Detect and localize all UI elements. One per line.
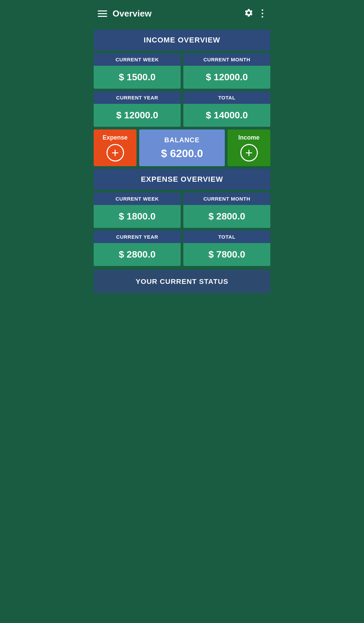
header: Overview ⋮: [91, 0, 273, 27]
main-content: INCOME OVERVIEW CURRENT WEEK $ 1500.0 CU…: [91, 27, 273, 296]
income-overview-header: INCOME OVERVIEW: [94, 30, 270, 51]
income-current-year-value: $ 12000.0: [94, 104, 181, 127]
menu-icon[interactable]: [98, 10, 107, 17]
expense-current-week-value: $ 1800.0: [94, 205, 181, 228]
balance-row: Expense + BALANCE $ 6200.0 Income +: [94, 129, 270, 166]
balance-card: BALANCE $ 6200.0: [139, 129, 225, 166]
income-current-month-value: $ 12000.0: [183, 66, 270, 89]
expense-current-week-label: CURRENT WEEK: [94, 192, 181, 205]
add-expense-button[interactable]: Expense +: [94, 129, 136, 166]
income-button-label: Income: [238, 134, 260, 141]
expense-current-month-card: CURRENT MONTH $ 2800.0: [183, 192, 270, 228]
income-total-card: TOTAL $ 14000.0: [183, 91, 270, 127]
income-current-week-value: $ 1500.0: [94, 66, 181, 89]
page-title: Overview: [113, 8, 152, 19]
header-left: Overview: [98, 8, 152, 19]
expense-total-value: $ 7800.0: [183, 243, 270, 266]
balance-value: $ 6200.0: [161, 147, 203, 160]
income-current-week-card: CURRENT WEEK $ 1500.0: [94, 53, 181, 89]
more-options-icon[interactable]: ⋮: [257, 9, 266, 18]
expense-button-label: Expense: [102, 134, 127, 141]
income-overview-title: INCOME OVERVIEW: [144, 36, 220, 44]
header-right: ⋮: [244, 8, 266, 19]
app-container: Overview ⋮ INCOME OVERVIEW CURRENT WEEK …: [91, 0, 273, 296]
income-current-month-card: CURRENT MONTH $ 12000.0: [183, 53, 270, 89]
status-footer-text: YOUR CURRENT STATUS: [136, 277, 229, 285]
settings-icon[interactable]: [244, 8, 253, 19]
add-income-button[interactable]: Income +: [228, 129, 270, 166]
income-plus-icon: +: [240, 144, 258, 161]
balance-label: BALANCE: [164, 136, 200, 144]
expense-stats-row2: CURRENT YEAR $ 2800.0 TOTAL $ 7800.0: [94, 231, 270, 266]
income-current-month-label: CURRENT MONTH: [183, 53, 270, 66]
status-footer: YOUR CURRENT STATUS: [94, 270, 270, 293]
expense-total-card: TOTAL $ 7800.0: [183, 231, 270, 266]
income-stats-row2: CURRENT YEAR $ 12000.0 TOTAL $ 14000.0: [94, 91, 270, 127]
expense-current-month-label: CURRENT MONTH: [183, 192, 270, 205]
income-current-year-label: CURRENT YEAR: [94, 91, 181, 104]
expense-total-label: TOTAL: [183, 231, 270, 243]
income-current-year-card: CURRENT YEAR $ 12000.0: [94, 91, 181, 127]
income-total-label: TOTAL: [183, 91, 270, 104]
expense-plus-icon: +: [107, 144, 124, 161]
income-total-value: $ 14000.0: [183, 104, 270, 127]
expense-current-month-value: $ 2800.0: [183, 205, 270, 228]
expense-stats-row1: CURRENT WEEK $ 1800.0 CURRENT MONTH $ 28…: [94, 192, 270, 228]
expense-overview-header: EXPENSE OVERVIEW: [94, 169, 270, 190]
expense-current-year-label: CURRENT YEAR: [94, 231, 181, 243]
income-current-week-label: CURRENT WEEK: [94, 53, 181, 66]
income-stats-row1: CURRENT WEEK $ 1500.0 CURRENT MONTH $ 12…: [94, 53, 270, 89]
expense-overview-title: EXPENSE OVERVIEW: [141, 175, 223, 183]
expense-current-year-card: CURRENT YEAR $ 2800.0: [94, 231, 181, 266]
expense-current-week-card: CURRENT WEEK $ 1800.0: [94, 192, 181, 228]
expense-current-year-value: $ 2800.0: [94, 243, 181, 266]
